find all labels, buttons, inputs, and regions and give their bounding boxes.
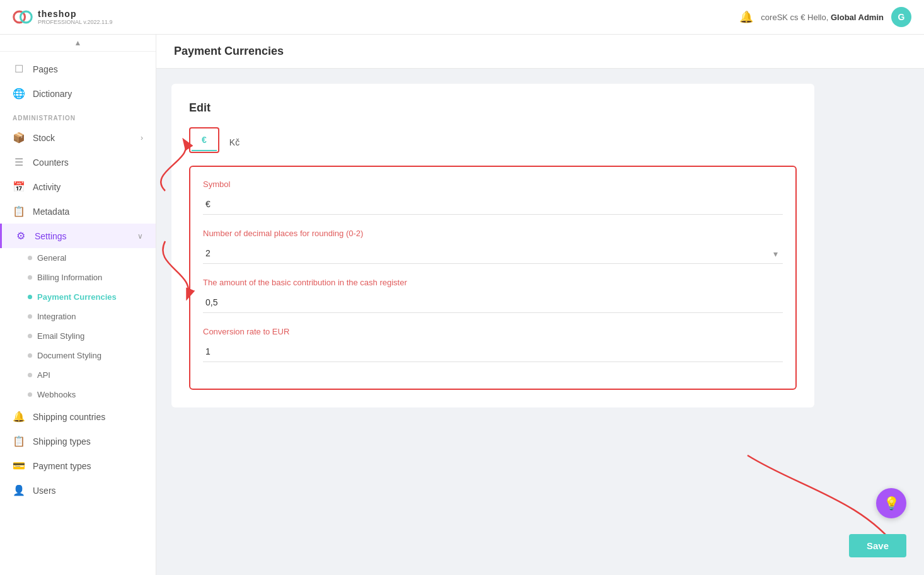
sidebar-sub-item-email-styling[interactable]: Email Styling (0, 326, 156, 346)
sidebar-sub-item-integration[interactable]: Integration (0, 307, 156, 326)
annotation-arrows (156, 84, 190, 273)
counters-icon: ☰ (13, 156, 25, 168)
stock-arrow-icon: › (141, 134, 143, 142)
bell-icon[interactable]: 🔔 (739, 10, 753, 24)
sidebar-item-counters[interactable]: ☰ Counters (0, 150, 156, 174)
edit-card: Edit € Kč Symbol Number of decimal pl (171, 84, 814, 407)
dot-icon (28, 373, 32, 377)
page-title: Payment Currencies (174, 45, 284, 58)
main-content: Payment Currencies Edit € Kč Symbol (156, 35, 924, 575)
sidebar-sub-item-general[interactable]: General (0, 248, 156, 268)
sub-item-label: Document Styling (37, 351, 101, 360)
sidebar-item-dictionary[interactable]: 🌐 Dictionary (0, 81, 156, 106)
decimal-group: Number of decimal places for rounding (0… (203, 229, 783, 264)
sidebar: ▲ ☐ Pages 🌐 Dictionary ADMINISTRATION 📦 … (0, 35, 156, 575)
sidebar-item-payment-types[interactable]: 💳 Payment types (0, 453, 156, 478)
stock-icon: 📦 (13, 132, 25, 144)
logo-icon (13, 7, 33, 27)
page-header: Payment Currencies (156, 35, 924, 69)
sidebar-sub-item-payment-currencies[interactable]: Payment Currencies (0, 287, 156, 307)
tab-annotation-box: € (189, 127, 219, 153)
user-avatar[interactable]: G (891, 7, 911, 27)
activity-icon: 📅 (13, 181, 25, 193)
dot-icon (28, 256, 32, 260)
edit-title: Edit (189, 101, 797, 115)
dot-icon (28, 275, 32, 280)
decimal-select-wrapper: 2 0 1 ▾ (203, 243, 783, 264)
sub-item-label: Billing Information (37, 273, 102, 282)
sidebar-item-label: Settings (35, 231, 67, 241)
sub-item-label: API (37, 370, 50, 380)
symbol-input[interactable] (203, 194, 783, 215)
basic-contrib-input[interactable] (203, 292, 783, 313)
sub-item-label: Integration (37, 312, 76, 321)
header-right: 🔔 coreSK cs € Hello, Global Admin G (739, 7, 911, 27)
dot-icon (28, 392, 32, 397)
sidebar-item-label: Shipping types (33, 436, 91, 447)
sidebar-item-label: Users (33, 486, 56, 496)
sidebar-item-users[interactable]: 👤 Users (0, 478, 156, 503)
sidebar-item-metadata[interactable]: 📋 Metadata (0, 199, 156, 224)
conversion-group: Conversion rate to EUR (203, 327, 783, 362)
sidebar-item-label: Counters (33, 157, 69, 168)
help-button[interactable]: 💡 (876, 488, 906, 518)
sidebar-item-label: Pages (33, 64, 58, 74)
sidebar-item-label: Stock (33, 133, 55, 143)
header: theshop PROFESSIONAL v.2022.11.9 🔔 coreS… (0, 0, 924, 35)
sidebar-item-label: Dictionary (33, 89, 72, 99)
decimal-select[interactable]: 2 0 1 (203, 243, 783, 264)
sidebar-item-label: Payment types (33, 461, 91, 471)
sidebar-item-shipping-countries[interactable]: 🔔 Shipping countries (0, 404, 156, 429)
logo-sub: PROFESSIONAL v.2022.11.9 (38, 19, 113, 25)
sidebar-sub-item-webhooks[interactable]: Webhooks (0, 385, 156, 404)
header-left: theshop PROFESSIONAL v.2022.11.9 (13, 7, 113, 27)
sidebar-item-label: Shipping countries (33, 412, 105, 422)
sidebar-item-shipping-types[interactable]: 📋 Shipping types (0, 429, 156, 453)
shipping-countries-icon: 🔔 (13, 411, 25, 423)
scroll-up-indicator: ▲ (0, 35, 156, 52)
payment-types-icon: 💳 (13, 460, 25, 472)
metadata-icon: 📋 (13, 205, 25, 217)
sidebar-sub-item-billing[interactable]: Billing Information (0, 268, 156, 287)
sidebar-nav: ☐ Pages 🌐 Dictionary ADMINISTRATION 📦 St… (0, 52, 156, 508)
conversion-input[interactable] (203, 341, 783, 362)
tabs-container: € Kč (189, 127, 797, 153)
basic-contrib-group: The amount of the basic contribution in … (203, 278, 783, 313)
sidebar-sub-item-api[interactable]: API (0, 365, 156, 385)
users-icon: 👤 (13, 484, 25, 496)
settings-arrow-icon: ∨ (137, 232, 143, 241)
conversion-label: Conversion rate to EUR (203, 327, 783, 336)
admin-section-label: ADMINISTRATION (0, 106, 156, 125)
save-button[interactable]: Save (849, 534, 906, 557)
pages-icon: ☐ (13, 63, 25, 75)
sub-item-label: Webhooks (37, 390, 76, 399)
dictionary-icon: 🌐 (13, 88, 25, 100)
dot-icon (28, 353, 32, 358)
sidebar-item-label: Metadata (33, 207, 69, 217)
logo-text: theshop PROFESSIONAL v.2022.11.9 (38, 9, 113, 25)
symbol-group: Symbol (203, 179, 783, 215)
settings-icon: ⚙ (14, 230, 27, 242)
symbol-label: Symbol (203, 179, 783, 189)
layout: ▲ ☐ Pages 🌐 Dictionary ADMINISTRATION 📦 … (0, 35, 924, 575)
sidebar-item-settings[interactable]: ⚙ Settings ∨ (0, 224, 156, 248)
form-annotation-box: Symbol Number of decimal places for roun… (189, 166, 797, 390)
shipping-types-icon: 📋 (13, 435, 25, 447)
sidebar-sub-item-document-styling[interactable]: Document Styling (0, 346, 156, 365)
decimal-label: Number of decimal places for rounding (0… (203, 229, 783, 238)
dot-icon (28, 334, 32, 338)
sub-item-label: General (37, 253, 66, 263)
user-info: coreSK cs € Hello, Global Admin (761, 13, 884, 22)
dot-icon (28, 295, 32, 299)
content-area: Edit € Kč Symbol Number of decimal pl (156, 69, 924, 575)
tab-kc[interactable]: Kč (219, 132, 250, 154)
tab-euro[interactable]: € (192, 130, 217, 151)
sidebar-item-pages[interactable]: ☐ Pages (0, 57, 156, 81)
svg-point-1 (20, 11, 32, 23)
settings-subnav: General Billing Information Payment Curr… (0, 248, 156, 404)
sub-item-label: Email Styling (37, 331, 84, 341)
sidebar-item-stock[interactable]: 📦 Stock › (0, 125, 156, 150)
sub-item-label: Payment Currencies (37, 292, 117, 302)
sidebar-item-activity[interactable]: 📅 Activity (0, 174, 156, 199)
sidebar-item-label: Activity (33, 182, 61, 192)
